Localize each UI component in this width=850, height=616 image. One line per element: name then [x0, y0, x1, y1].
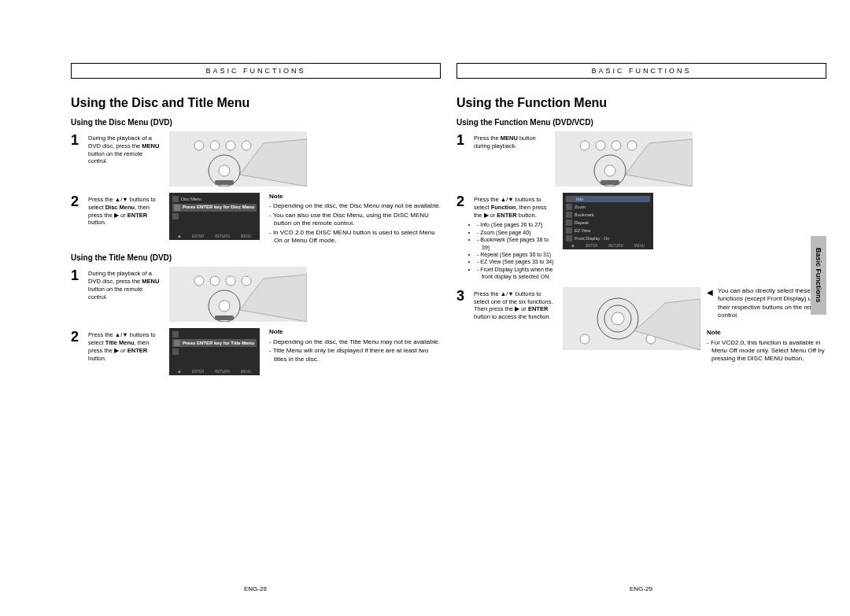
svg-point-16: [612, 141, 621, 150]
func-step-2: 2 Press the ▲/▼ buttons to select Functi…: [456, 193, 826, 281]
step-number: 2: [71, 193, 82, 245]
svg-rect-20: [601, 180, 619, 185]
step-text: Press the ▲/▼ buttons to select Title Me…: [88, 328, 163, 375]
svg-point-3: [242, 141, 251, 150]
svg-point-15: [596, 141, 605, 150]
func-step-1: 1 Press the MENU button during playback.: [456, 131, 826, 186]
disc-step-2: 2 Press the ▲/▼ buttons to select Disc M…: [71, 193, 441, 245]
step-number: 2: [456, 193, 468, 208]
left-arrow-icon: ◀: [707, 287, 713, 320]
svg-point-9: [226, 276, 235, 286]
title-disc-title-menu: Using the Disc and Title Menu: [71, 96, 441, 110]
remote-illustration: [169, 267, 307, 322]
header-box: BASIC FUNCTIONS: [456, 63, 826, 79]
svg-rect-13: [215, 315, 234, 320]
svg-point-24: [580, 334, 589, 344]
step-text: Press the MENU button during playback.: [474, 131, 549, 186]
svg-point-17: [627, 141, 637, 150]
title-step-1: 1 During the playback of a DVD disc, pre…: [71, 267, 441, 322]
svg-point-2: [226, 141, 235, 150]
remote-illustration: [563, 287, 700, 350]
page-number-right: ENG-29: [630, 585, 652, 592]
step-text: During the playback of a DVD disc, press…: [88, 131, 163, 186]
step-text: Press the ▲/▼ buttons to select Function…: [474, 193, 556, 281]
step-number: 1: [71, 267, 82, 322]
osd-screenshot: Disc Menu Press ENTER key for Disc Menu …: [169, 193, 260, 240]
callout: ◀ You can also directly select these fun…: [707, 287, 826, 320]
header-box: BASIC FUNCTIONS: [71, 63, 441, 79]
svg-point-1: [210, 141, 220, 150]
title-function-menu: Using the Function Menu: [456, 96, 826, 110]
remote-illustration: [169, 131, 307, 186]
step-number: 1: [71, 131, 82, 186]
step-number: 3: [456, 287, 468, 364]
page-number-left: ENG-28: [244, 585, 267, 592]
svg-rect-6: [215, 180, 234, 185]
svg-point-10: [242, 276, 251, 286]
step-number: 2: [71, 328, 82, 375]
page-right: BASIC FUNCTIONS Using the Function Menu …: [456, 63, 826, 371]
svg-point-8: [210, 276, 220, 286]
subtitle-function-menu: Using the Function Menu (DVD/VCD): [456, 118, 826, 127]
svg-point-7: [194, 276, 204, 286]
step-number: 1: [456, 131, 468, 186]
disc-step-1: 1 During the playback of a DVD disc, pre…: [71, 131, 441, 186]
side-tab-label: Basic Functions: [815, 248, 822, 303]
title-step-2: 2 Press the ▲/▼ buttons to select Title …: [71, 328, 441, 375]
svg-point-19: [604, 165, 615, 176]
step-text: Press the ▲/▼ buttons to select one of t…: [474, 287, 556, 364]
func-step-3: 3 Press the ▲/▼ buttons to select one of…: [456, 287, 826, 364]
note-block: Note Depending on the disc, the Disc Men…: [269, 193, 441, 245]
step-text: Press the ▲/▼ buttons to select Disc Men…: [88, 193, 163, 245]
note-block: Note Depending on the disc, the Title Me…: [269, 328, 441, 375]
page-left: BASIC FUNCTIONS Using the Disc and Title…: [71, 63, 441, 382]
svg-point-12: [219, 301, 230, 312]
osd-screenshot: Info Zoom Bookmark Repeat EZ View Front …: [563, 193, 653, 249]
remote-illustration: [555, 131, 693, 186]
side-tab: Basic Functions: [811, 236, 826, 315]
subtitle-disc-menu: Using the Disc Menu (DVD): [71, 118, 441, 127]
svg-point-14: [580, 141, 589, 150]
subtitle-title-menu: Using the Title Menu (DVD): [71, 253, 441, 262]
step-text: During the playback of a DVD disc, press…: [88, 267, 163, 322]
svg-point-0: [194, 141, 204, 150]
svg-point-23: [612, 312, 624, 325]
svg-point-5: [219, 165, 230, 176]
osd-screenshot: Press ENTER key for Title Menu ◆ENTERRET…: [169, 328, 260, 375]
side-content: ◀ You can also directly select these fun…: [707, 287, 826, 364]
